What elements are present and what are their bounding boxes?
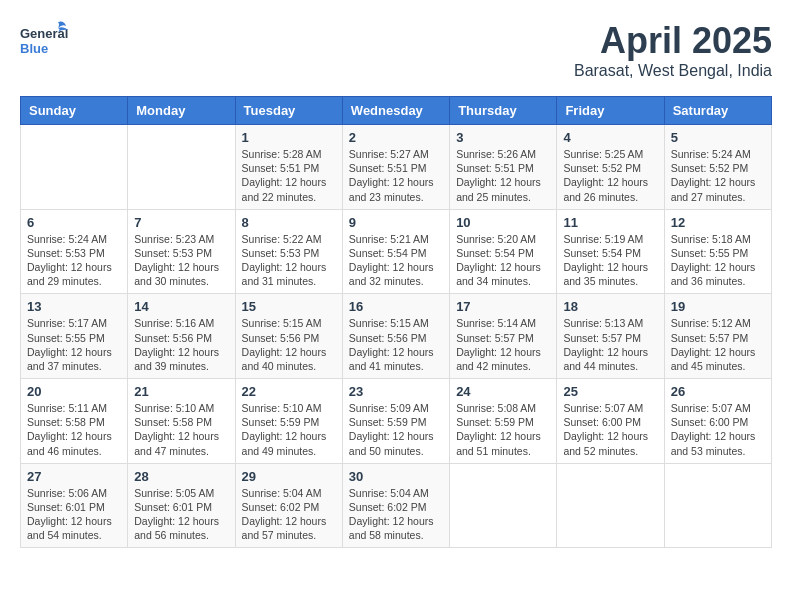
day-number: 13: [27, 299, 121, 314]
day-number: 22: [242, 384, 336, 399]
day-number: 28: [134, 469, 228, 484]
cell-info: Sunrise: 5:15 AMSunset: 5:56 PMDaylight:…: [349, 316, 443, 373]
cell-info: Sunrise: 5:10 AMSunset: 5:59 PMDaylight:…: [242, 401, 336, 458]
day-number: 6: [27, 215, 121, 230]
calendar-cell: [21, 125, 128, 210]
calendar-week-row: 13Sunrise: 5:17 AMSunset: 5:55 PMDayligh…: [21, 294, 772, 379]
calendar-cell: 6Sunrise: 5:24 AMSunset: 5:53 PMDaylight…: [21, 209, 128, 294]
weekday-header-cell: Saturday: [664, 97, 771, 125]
cell-info: Sunrise: 5:05 AMSunset: 6:01 PMDaylight:…: [134, 486, 228, 543]
calendar-cell: 15Sunrise: 5:15 AMSunset: 5:56 PMDayligh…: [235, 294, 342, 379]
cell-info: Sunrise: 5:04 AMSunset: 6:02 PMDaylight:…: [242, 486, 336, 543]
cell-info: Sunrise: 5:06 AMSunset: 6:01 PMDaylight:…: [27, 486, 121, 543]
calendar-cell: 18Sunrise: 5:13 AMSunset: 5:57 PMDayligh…: [557, 294, 664, 379]
calendar-cell: 7Sunrise: 5:23 AMSunset: 5:53 PMDaylight…: [128, 209, 235, 294]
calendar-cell: 26Sunrise: 5:07 AMSunset: 6:00 PMDayligh…: [664, 379, 771, 464]
cell-info: Sunrise: 5:08 AMSunset: 5:59 PMDaylight:…: [456, 401, 550, 458]
calendar-cell: 9Sunrise: 5:21 AMSunset: 5:54 PMDaylight…: [342, 209, 449, 294]
page-header: General Blue April 2025 Barasat, West Be…: [20, 20, 772, 80]
calendar-cell: 25Sunrise: 5:07 AMSunset: 6:00 PMDayligh…: [557, 379, 664, 464]
month-title: April 2025: [574, 20, 772, 62]
cell-info: Sunrise: 5:15 AMSunset: 5:56 PMDaylight:…: [242, 316, 336, 373]
cell-info: Sunrise: 5:12 AMSunset: 5:57 PMDaylight:…: [671, 316, 765, 373]
cell-info: Sunrise: 5:24 AMSunset: 5:53 PMDaylight:…: [27, 232, 121, 289]
day-number: 2: [349, 130, 443, 145]
weekday-header-row: SundayMondayTuesdayWednesdayThursdayFrid…: [21, 97, 772, 125]
calendar-cell: 19Sunrise: 5:12 AMSunset: 5:57 PMDayligh…: [664, 294, 771, 379]
calendar-cell: 3Sunrise: 5:26 AMSunset: 5:51 PMDaylight…: [450, 125, 557, 210]
calendar-cell: 20Sunrise: 5:11 AMSunset: 5:58 PMDayligh…: [21, 379, 128, 464]
calendar-cell: 4Sunrise: 5:25 AMSunset: 5:52 PMDaylight…: [557, 125, 664, 210]
day-number: 29: [242, 469, 336, 484]
day-number: 3: [456, 130, 550, 145]
cell-info: Sunrise: 5:17 AMSunset: 5:55 PMDaylight:…: [27, 316, 121, 373]
cell-info: Sunrise: 5:13 AMSunset: 5:57 PMDaylight:…: [563, 316, 657, 373]
weekday-header-cell: Wednesday: [342, 97, 449, 125]
day-number: 12: [671, 215, 765, 230]
day-number: 1: [242, 130, 336, 145]
cell-info: Sunrise: 5:24 AMSunset: 5:52 PMDaylight:…: [671, 147, 765, 204]
cell-info: Sunrise: 5:04 AMSunset: 6:02 PMDaylight:…: [349, 486, 443, 543]
cell-info: Sunrise: 5:19 AMSunset: 5:54 PMDaylight:…: [563, 232, 657, 289]
day-number: 15: [242, 299, 336, 314]
calendar-cell: 5Sunrise: 5:24 AMSunset: 5:52 PMDaylight…: [664, 125, 771, 210]
cell-info: Sunrise: 5:10 AMSunset: 5:58 PMDaylight:…: [134, 401, 228, 458]
day-number: 19: [671, 299, 765, 314]
calendar-cell: 24Sunrise: 5:08 AMSunset: 5:59 PMDayligh…: [450, 379, 557, 464]
day-number: 17: [456, 299, 550, 314]
calendar-cell: [450, 463, 557, 548]
cell-info: Sunrise: 5:21 AMSunset: 5:54 PMDaylight:…: [349, 232, 443, 289]
day-number: 16: [349, 299, 443, 314]
day-number: 30: [349, 469, 443, 484]
cell-info: Sunrise: 5:26 AMSunset: 5:51 PMDaylight:…: [456, 147, 550, 204]
cell-info: Sunrise: 5:09 AMSunset: 5:59 PMDaylight:…: [349, 401, 443, 458]
day-number: 24: [456, 384, 550, 399]
calendar-cell: 12Sunrise: 5:18 AMSunset: 5:55 PMDayligh…: [664, 209, 771, 294]
cell-info: Sunrise: 5:28 AMSunset: 5:51 PMDaylight:…: [242, 147, 336, 204]
day-number: 9: [349, 215, 443, 230]
cell-info: Sunrise: 5:07 AMSunset: 6:00 PMDaylight:…: [563, 401, 657, 458]
calendar-cell: 29Sunrise: 5:04 AMSunset: 6:02 PMDayligh…: [235, 463, 342, 548]
day-number: 4: [563, 130, 657, 145]
calendar-cell: 28Sunrise: 5:05 AMSunset: 6:01 PMDayligh…: [128, 463, 235, 548]
weekday-header-cell: Friday: [557, 97, 664, 125]
day-number: 21: [134, 384, 228, 399]
cell-info: Sunrise: 5:27 AMSunset: 5:51 PMDaylight:…: [349, 147, 443, 204]
calendar-cell: 27Sunrise: 5:06 AMSunset: 6:01 PMDayligh…: [21, 463, 128, 548]
calendar-cell: 11Sunrise: 5:19 AMSunset: 5:54 PMDayligh…: [557, 209, 664, 294]
cell-info: Sunrise: 5:20 AMSunset: 5:54 PMDaylight:…: [456, 232, 550, 289]
calendar-cell: 10Sunrise: 5:20 AMSunset: 5:54 PMDayligh…: [450, 209, 557, 294]
calendar-week-row: 1Sunrise: 5:28 AMSunset: 5:51 PMDaylight…: [21, 125, 772, 210]
weekday-header-cell: Thursday: [450, 97, 557, 125]
calendar-cell: 1Sunrise: 5:28 AMSunset: 5:51 PMDaylight…: [235, 125, 342, 210]
calendar-cell: 30Sunrise: 5:04 AMSunset: 6:02 PMDayligh…: [342, 463, 449, 548]
cell-info: Sunrise: 5:18 AMSunset: 5:55 PMDaylight:…: [671, 232, 765, 289]
cell-info: Sunrise: 5:22 AMSunset: 5:53 PMDaylight:…: [242, 232, 336, 289]
day-number: 8: [242, 215, 336, 230]
calendar-cell: 21Sunrise: 5:10 AMSunset: 5:58 PMDayligh…: [128, 379, 235, 464]
svg-text:Blue: Blue: [20, 41, 48, 56]
logo: General Blue: [20, 20, 68, 60]
calendar-week-row: 6Sunrise: 5:24 AMSunset: 5:53 PMDaylight…: [21, 209, 772, 294]
day-number: 18: [563, 299, 657, 314]
cell-info: Sunrise: 5:11 AMSunset: 5:58 PMDaylight:…: [27, 401, 121, 458]
day-number: 20: [27, 384, 121, 399]
day-number: 14: [134, 299, 228, 314]
weekday-header-cell: Sunday: [21, 97, 128, 125]
calendar-cell: [557, 463, 664, 548]
calendar-cell: 8Sunrise: 5:22 AMSunset: 5:53 PMDaylight…: [235, 209, 342, 294]
day-number: 5: [671, 130, 765, 145]
cell-info: Sunrise: 5:16 AMSunset: 5:56 PMDaylight:…: [134, 316, 228, 373]
calendar-cell: 2Sunrise: 5:27 AMSunset: 5:51 PMDaylight…: [342, 125, 449, 210]
logo-icon: General Blue: [20, 20, 68, 60]
cell-info: Sunrise: 5:07 AMSunset: 6:00 PMDaylight:…: [671, 401, 765, 458]
cell-info: Sunrise: 5:14 AMSunset: 5:57 PMDaylight:…: [456, 316, 550, 373]
calendar-week-row: 27Sunrise: 5:06 AMSunset: 6:01 PMDayligh…: [21, 463, 772, 548]
calendar-cell: [128, 125, 235, 210]
day-number: 26: [671, 384, 765, 399]
weekday-header-cell: Tuesday: [235, 97, 342, 125]
title-block: April 2025 Barasat, West Bengal, India: [574, 20, 772, 80]
cell-info: Sunrise: 5:23 AMSunset: 5:53 PMDaylight:…: [134, 232, 228, 289]
day-number: 11: [563, 215, 657, 230]
calendar-cell: 17Sunrise: 5:14 AMSunset: 5:57 PMDayligh…: [450, 294, 557, 379]
